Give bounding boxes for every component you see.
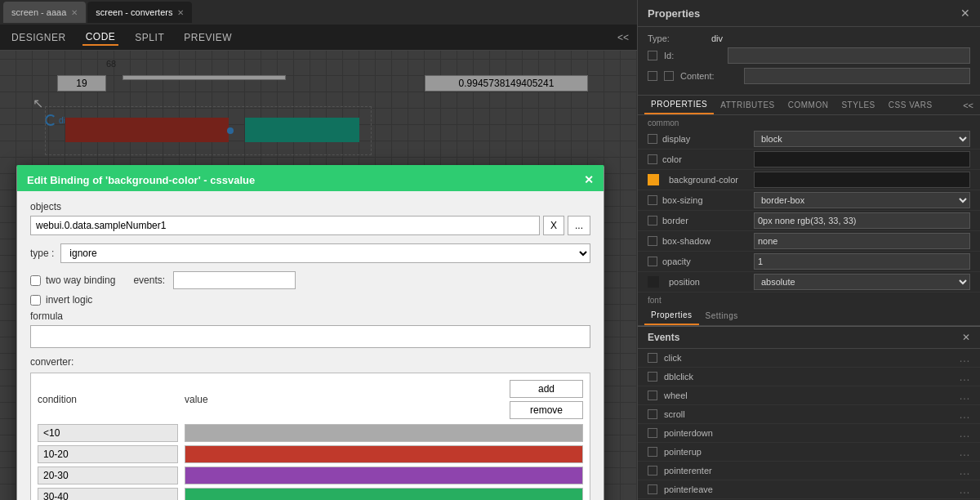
color-input[interactable] xyxy=(754,151,970,167)
bottom-tab-properties[interactable]: Properties xyxy=(644,306,699,325)
condition-input-0[interactable] xyxy=(38,424,178,442)
objects-x-button[interactable]: X xyxy=(543,216,564,235)
right-panel-close-button[interactable]: ✕ xyxy=(960,7,970,20)
content-input[interactable] xyxy=(744,68,970,84)
events-panel: Events ✕ click … dblclick … wheel … scro… xyxy=(638,326,980,500)
property-name-display: display xyxy=(648,134,754,144)
event-wheel: wheel … xyxy=(638,386,980,405)
color-checkbox[interactable] xyxy=(648,154,657,164)
dblclick-label: dblclick xyxy=(664,372,959,382)
remove-button[interactable]: remove xyxy=(510,401,583,419)
events-close-button[interactable]: ✕ xyxy=(962,332,970,343)
pointerdown-checkbox[interactable] xyxy=(648,428,657,438)
pointerleave-checkbox[interactable] xyxy=(648,484,657,494)
right-panel-header: Properties ✕ xyxy=(638,0,980,27)
click-checkbox[interactable] xyxy=(648,353,657,363)
props-section: Type: div Id: Content: xyxy=(638,27,980,96)
content-checkbox1[interactable] xyxy=(648,71,657,81)
designer-btn[interactable]: DESIGNER xyxy=(8,30,69,45)
display-checkbox[interactable] xyxy=(648,134,657,144)
props-tab-chevron[interactable]: << xyxy=(963,100,973,110)
tab-label: screen - aaaa xyxy=(11,7,66,17)
pointerup-checkbox[interactable] xyxy=(648,447,657,457)
bottom-tabs: Properties Settings xyxy=(638,306,980,326)
dialog-overlay: Edit Binding of 'background-color' - css… xyxy=(0,51,637,500)
pointerenter-checkbox[interactable] xyxy=(648,466,657,475)
formula-input[interactable] xyxy=(30,325,590,348)
value-bar-0[interactable] xyxy=(185,424,583,442)
dblclick-dots[interactable]: … xyxy=(959,370,970,383)
add-button[interactable]: add xyxy=(510,380,583,398)
tab-close-converters[interactable]: ✕ xyxy=(177,8,184,17)
code-btn[interactable]: CODE xyxy=(82,29,119,46)
opacity-label: opacity xyxy=(662,257,691,266)
event-pointerup: pointerup … xyxy=(638,443,980,462)
id-input[interactable] xyxy=(728,47,970,64)
border-checkbox[interactable] xyxy=(648,216,657,225)
pointerenter-dots[interactable]: … xyxy=(959,464,970,477)
opacity-input[interactable] xyxy=(754,253,970,270)
tab-css-vars[interactable]: CSS VARS xyxy=(882,96,939,114)
toolbar-chevron[interactable]: << xyxy=(617,32,629,43)
invert-logic-checkbox[interactable] xyxy=(30,295,41,306)
events-header: Events ✕ xyxy=(638,326,980,349)
formula-label: formula xyxy=(30,310,590,322)
box-shadow-input[interactable] xyxy=(754,233,970,249)
pointerenter-label: pointerenter xyxy=(664,466,959,475)
value-bar-2[interactable] xyxy=(185,467,583,484)
box-sizing-checkbox[interactable] xyxy=(648,195,657,205)
two-way-binding-row: two way binding events: xyxy=(30,271,590,289)
wheel-checkbox[interactable] xyxy=(648,391,657,400)
box-sizing-select[interactable]: border-boxcontent-box xyxy=(754,192,970,208)
bg-color-input[interactable] xyxy=(754,172,970,188)
display-select[interactable]: blockflexnone xyxy=(754,131,970,147)
preview-btn[interactable]: PREVIEW xyxy=(180,30,235,45)
pointerdown-dots[interactable]: … xyxy=(959,426,970,440)
condition-input-1[interactable] xyxy=(38,445,178,463)
events-input[interactable] xyxy=(173,271,296,289)
tab-styles[interactable]: STYLES xyxy=(835,96,881,114)
invert-logic-row: invert logic xyxy=(30,294,590,306)
tab-common[interactable]: COMMON xyxy=(782,96,835,114)
dialog-close-button[interactable]: ✕ xyxy=(584,173,594,186)
tab-label-converters: screen - converters xyxy=(96,7,172,17)
bottom-tab-settings[interactable]: Settings xyxy=(699,307,745,324)
condition-input-2[interactable] xyxy=(38,467,178,484)
position-swatch xyxy=(648,276,659,288)
display-value: blockflexnone xyxy=(754,131,970,147)
tab-properties[interactable]: PROPERTIES xyxy=(644,96,714,114)
id-checkbox[interactable] xyxy=(648,51,657,60)
canvas-area: ↖ 19 68 0.9945738149405241 div -29 Edit … xyxy=(0,51,637,500)
scroll-dots[interactable]: … xyxy=(959,408,970,421)
pointerup-dots[interactable]: … xyxy=(959,445,970,458)
box-shadow-checkbox[interactable] xyxy=(648,236,657,246)
section-common-label: common xyxy=(638,115,980,129)
box-sizing-label: box-sizing xyxy=(662,195,703,205)
opacity-checkbox[interactable] xyxy=(648,257,657,266)
tab-close-aaaa[interactable]: ✕ xyxy=(71,8,78,17)
value-bar-1[interactable] xyxy=(185,445,583,463)
objects-row: X ... xyxy=(30,216,590,235)
tab-attributes[interactable]: ATTRIBUTES xyxy=(714,96,781,114)
scroll-checkbox[interactable] xyxy=(648,409,657,419)
dblclick-checkbox[interactable] xyxy=(648,372,657,382)
wheel-dots[interactable]: … xyxy=(959,389,970,402)
position-select[interactable]: absoluterelativefixed xyxy=(754,274,970,290)
objects-input[interactable] xyxy=(30,216,540,235)
type-row: Type: div xyxy=(648,33,970,43)
split-btn[interactable]: SPLIT xyxy=(131,30,167,45)
invert-logic-label: invert logic xyxy=(46,294,92,306)
condition-input-3[interactable] xyxy=(38,488,178,500)
wheel-label: wheel xyxy=(664,391,959,400)
tab-screen-converters[interactable]: screen - converters ✕ xyxy=(87,2,192,23)
objects-dots-button[interactable]: ... xyxy=(568,216,590,235)
two-way-binding-checkbox[interactable] xyxy=(30,275,41,286)
pointerleave-dots[interactable]: … xyxy=(959,483,970,496)
border-input[interactable] xyxy=(754,212,970,229)
toolbar: DESIGNER CODE SPLIT PREVIEW << xyxy=(0,25,637,51)
value-bar-3[interactable] xyxy=(185,488,583,500)
type-select[interactable]: ignore string number xyxy=(60,243,590,263)
tab-screen-aaaa[interactable]: screen - aaaa ✕ xyxy=(3,2,86,23)
content-checkbox2[interactable] xyxy=(664,71,674,81)
click-dots[interactable]: … xyxy=(959,351,970,364)
